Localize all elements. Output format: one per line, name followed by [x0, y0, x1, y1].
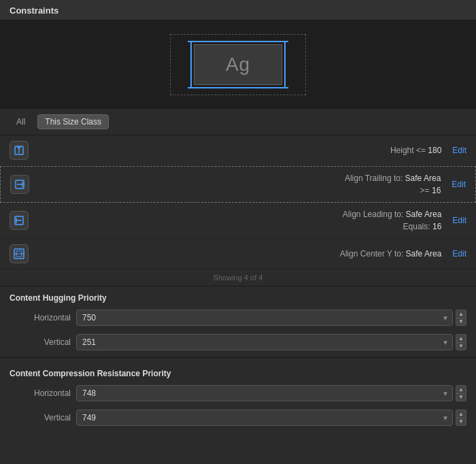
hugging-vertical-select[interactable]: 251 — [76, 334, 453, 350]
hugging-vertical-stepper: ▲ ▼ — [456, 334, 466, 350]
center-y-label: Align Center Y to: — [340, 249, 404, 259]
leading-equals-label: Equals: — [403, 222, 430, 231]
compression-horizontal-stepper-up[interactable]: ▲ — [456, 385, 466, 393]
compression-vertical-stepper: ▲ ▼ — [456, 410, 466, 426]
hugging-horizontal-stepper-down[interactable]: ▼ — [456, 318, 466, 326]
hugging-vertical-select-wrap: 251 ▼ — [76, 334, 453, 350]
trailing-edit-button[interactable]: Edit — [452, 180, 466, 189]
content-hugging-title: Content Hugging Priority — [0, 286, 476, 307]
constraint-leading-content: Align Leading to: Safe Area Equals: 16 — [35, 208, 441, 233]
constraint-trailing-content: Align Trailing to: Safe Area >= 16 — [36, 172, 441, 197]
height-label: Height <= — [390, 146, 426, 155]
align-trailing-icon — [10, 175, 29, 194]
ag-label: Ag — [226, 54, 250, 76]
hugging-vertical-label: Vertical — [10, 337, 71, 347]
height-value: 180 — [426, 146, 441, 155]
constraint-center-y-content: Align Center Y to: Safe Area — [35, 248, 441, 260]
panel-header: Constraints — [0, 0, 476, 20]
hugging-horizontal-stepper-up[interactable]: ▲ — [456, 310, 466, 318]
tab-all[interactable]: All — [10, 115, 32, 129]
content-hugging-section: Content Hugging Priority Horizontal 750 … — [0, 286, 476, 353]
constraint-row-height: Height <= 180 Edit — [0, 135, 476, 166]
blue-line-left — [190, 41, 192, 88]
center-y-value: Safe Area — [403, 249, 441, 259]
blue-line-bottom — [190, 87, 286, 88]
align-leading-icon — [10, 211, 29, 230]
compression-vertical-label: Vertical — [10, 413, 71, 422]
tab-row: All This Size Class — [0, 109, 476, 135]
compression-horizontal-stepper-down[interactable]: ▼ — [456, 393, 466, 401]
constraint-row-align-leading: Align Leading to: Safe Area Equals: 16 E… — [0, 203, 476, 239]
leading-label: Align Leading to: — [343, 210, 403, 219]
blue-line-top — [190, 41, 286, 42]
compression-horizontal-row: Horizontal 748 ▼ ▲ ▼ — [0, 382, 476, 404]
tab-this-size-class[interactable]: This Size Class — [37, 114, 109, 129]
trailing-value: Safe Area — [403, 173, 441, 183]
compression-vertical-stepper-up[interactable]: ▲ — [456, 410, 466, 418]
preview-area: Ag — [0, 20, 476, 109]
compression-horizontal-select-wrap: 748 ▼ — [76, 385, 453, 401]
compression-horizontal-stepper: ▲ ▼ — [456, 385, 466, 401]
blue-line-right — [284, 41, 286, 88]
hugging-horizontal-label: Horizontal — [10, 313, 71, 322]
constraint-row-align-trailing-wrapper: Align Trailing to: Safe Area >= 16 Edit — [0, 166, 476, 203]
compression-horizontal-label: Horizontal — [10, 388, 71, 398]
content-compression-title: Content Compression Resistance Priority — [0, 362, 476, 382]
hugging-vertical-stepper-up[interactable]: ▲ — [456, 334, 466, 342]
constraint-height-content: Height <= 180 — [35, 144, 441, 156]
content-compression-section: Content Compression Resistance Priority … — [0, 362, 476, 429]
compression-vertical-stepper-down[interactable]: ▼ — [456, 418, 466, 426]
hugging-vertical-stepper-down[interactable]: ▼ — [456, 342, 466, 350]
hugging-horizontal-select-wrap: 750 ▼ — [76, 310, 453, 326]
trailing-gte-label: >= — [420, 186, 430, 195]
compression-vertical-select[interactable]: 749 — [76, 410, 453, 426]
compression-vertical-select-wrap: 749 ▼ — [76, 410, 453, 426]
hugging-horizontal-select[interactable]: 750 — [76, 310, 453, 326]
leading-edit-button[interactable]: Edit — [452, 216, 466, 225]
height-edit-button[interactable]: Edit — [452, 146, 466, 155]
preview-inner: Ag — [170, 34, 306, 95]
hugging-horizontal-row: Horizontal 750 ▼ ▲ ▼ — [0, 307, 476, 329]
leading-equals-value: 16 — [430, 222, 442, 231]
align-center-y-icon — [10, 244, 29, 263]
constraint-list: Height <= 180 Edit Align Trailing to: Sa… — [0, 135, 476, 269]
center-y-edit-button[interactable]: Edit — [452, 249, 466, 259]
trailing-gte-value: 16 — [430, 186, 441, 195]
constraint-row-align-trailing: Align Trailing to: Safe Area >= 16 Edit — [1, 167, 475, 202]
compression-vertical-row: Vertical 749 ▼ ▲ ▼ — [0, 407, 476, 429]
compression-horizontal-select[interactable]: 748 — [76, 385, 453, 401]
leading-value: Safe Area — [403, 210, 441, 219]
constraint-row-align-center-y: Align Center Y to: Safe Area Edit — [0, 239, 476, 269]
hugging-vertical-row: Vertical 251 ▼ ▲ ▼ — [0, 331, 476, 353]
showing-row: Showing 4 of 4 — [0, 269, 476, 286]
preview-ag-box: Ag — [194, 44, 282, 85]
trailing-label: Align Trailing to: — [345, 173, 403, 183]
constraints-panel: Constraints Ag All This Size Class — [0, 0, 476, 429]
panel-title: Constraints — [10, 5, 58, 16]
height-icon — [10, 141, 29, 160]
hugging-horizontal-stepper: ▲ ▼ — [456, 310, 466, 326]
section-divider — [0, 357, 476, 358]
showing-text: Showing 4 of 4 — [214, 274, 263, 282]
